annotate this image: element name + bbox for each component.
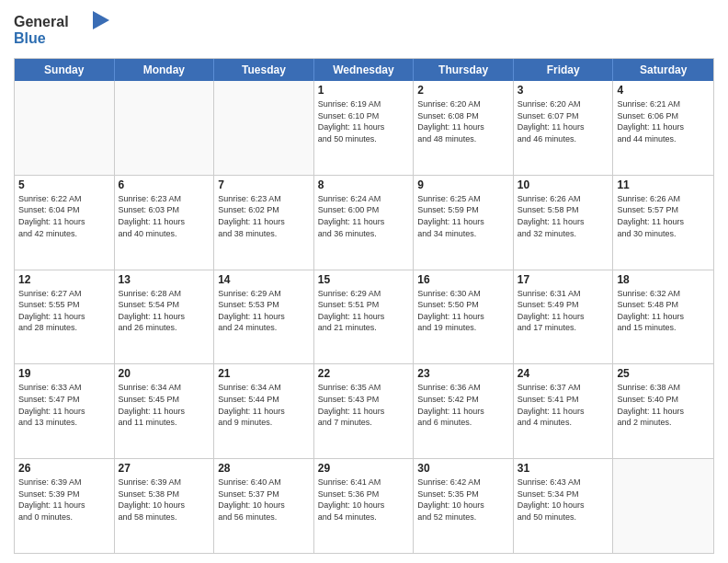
day-info: Sunrise: 6:42 AMSunset: 5:35 PMDaylight:… [417,477,509,523]
day-info: Sunrise: 6:31 AMSunset: 5:49 PMDaylight:… [518,288,609,334]
calendar-day-29: 29Sunrise: 6:41 AMSunset: 5:36 PMDayligh… [314,459,415,553]
calendar-day-25: 25Sunrise: 6:38 AMSunset: 5:40 PMDayligh… [613,364,713,458]
calendar-day-empty [214,81,314,175]
day-number: 6 [119,178,210,191]
day-number: 10 [518,178,609,191]
day-number: 19 [18,367,110,380]
day-info: Sunrise: 6:24 AMSunset: 6:00 PMDaylight:… [318,193,410,239]
day-info: Sunrise: 6:28 AMSunset: 5:54 PMDaylight:… [119,288,210,334]
day-number: 13 [119,273,210,286]
day-number: 16 [417,273,509,286]
day-number: 15 [318,273,410,286]
svg-text:General: General [14,14,69,29]
calendar-day-21: 21Sunrise: 6:34 AMSunset: 5:44 PMDayligh… [214,364,314,458]
day-info: Sunrise: 6:37 AMSunset: 5:41 PMDaylight:… [518,382,609,428]
day-number: 7 [218,178,310,191]
calendar-day-9: 9Sunrise: 6:25 AMSunset: 5:59 PMDaylight… [414,176,514,270]
calendar-day-14: 14Sunrise: 6:29 AMSunset: 5:53 PMDayligh… [214,270,314,364]
calendar-row-1: 1Sunrise: 6:19 AMSunset: 6:10 PMDaylight… [15,81,713,175]
day-number: 24 [518,367,609,380]
calendar-day-6: 6Sunrise: 6:23 AMSunset: 6:03 PMDaylight… [115,176,215,270]
day-info: Sunrise: 6:34 AMSunset: 5:45 PMDaylight:… [119,382,210,428]
svg-marker-2 [93,11,109,29]
day-info: Sunrise: 6:29 AMSunset: 5:51 PMDaylight:… [318,288,410,334]
calendar-day-7: 7Sunrise: 6:23 AMSunset: 6:02 PMDaylight… [214,176,314,270]
day-info: Sunrise: 6:39 AMSunset: 5:39 PMDaylight:… [18,477,110,523]
header: General Blue [14,9,714,51]
logo: General Blue [14,9,115,51]
day-number: 12 [18,273,110,286]
day-number: 2 [417,84,509,97]
weekday-header-friday: Friday [514,59,614,81]
day-number: 29 [318,462,410,475]
day-info: Sunrise: 6:33 AMSunset: 5:47 PMDaylight:… [18,382,110,428]
day-info: Sunrise: 6:43 AMSunset: 5:34 PMDaylight:… [518,477,609,523]
weekday-header-sunday: Sunday [15,59,115,81]
day-number: 26 [18,462,110,475]
calendar-day-3: 3Sunrise: 6:20 AMSunset: 6:07 PMDaylight… [514,81,614,175]
calendar-day-18: 18Sunrise: 6:32 AMSunset: 5:48 PMDayligh… [613,270,713,364]
day-number: 23 [417,367,509,380]
calendar-row-3: 12Sunrise: 6:27 AMSunset: 5:55 PMDayligh… [15,270,713,364]
calendar-day-empty [115,81,215,175]
day-number: 17 [518,273,609,286]
page: General Blue SundayMondayTuesdayWednesda… [0,0,728,563]
logo-svg: General Blue [14,9,115,51]
calendar-day-5: 5Sunrise: 6:22 AMSunset: 6:04 PMDaylight… [15,176,115,270]
calendar-day-28: 28Sunrise: 6:40 AMSunset: 5:37 PMDayligh… [214,459,314,553]
day-number: 14 [218,273,310,286]
svg-text:Blue: Blue [14,30,46,46]
day-info: Sunrise: 6:19 AMSunset: 6:10 PMDaylight:… [318,98,410,144]
day-number: 4 [617,84,710,97]
day-number: 22 [318,367,410,380]
calendar: SundayMondayTuesdayWednesdayThursdayFrid… [14,58,714,554]
day-info: Sunrise: 6:39 AMSunset: 5:38 PMDaylight:… [119,477,210,523]
weekday-header-monday: Monday [115,59,215,81]
day-info: Sunrise: 6:40 AMSunset: 5:37 PMDaylight:… [218,477,310,523]
day-number: 11 [617,178,710,191]
day-info: Sunrise: 6:41 AMSunset: 5:36 PMDaylight:… [318,477,410,523]
day-number: 3 [518,84,609,97]
calendar-day-11: 11Sunrise: 6:26 AMSunset: 5:57 PMDayligh… [613,176,713,270]
calendar-day-20: 20Sunrise: 6:34 AMSunset: 5:45 PMDayligh… [115,364,215,458]
calendar-day-empty [15,81,115,175]
weekday-header-tuesday: Tuesday [214,59,314,81]
day-info: Sunrise: 6:32 AMSunset: 5:48 PMDaylight:… [617,288,710,334]
calendar-day-26: 26Sunrise: 6:39 AMSunset: 5:39 PMDayligh… [15,459,115,553]
day-info: Sunrise: 6:26 AMSunset: 5:58 PMDaylight:… [518,193,609,239]
day-info: Sunrise: 6:23 AMSunset: 6:02 PMDaylight:… [218,193,310,239]
day-info: Sunrise: 6:35 AMSunset: 5:43 PMDaylight:… [318,382,410,428]
day-info: Sunrise: 6:30 AMSunset: 5:50 PMDaylight:… [417,288,509,334]
calendar-day-24: 24Sunrise: 6:37 AMSunset: 5:41 PMDayligh… [514,364,614,458]
calendar-row-5: 26Sunrise: 6:39 AMSunset: 5:39 PMDayligh… [15,458,713,553]
day-number: 5 [18,178,110,191]
day-info: Sunrise: 6:22 AMSunset: 6:04 PMDaylight:… [18,193,110,239]
calendar-day-31: 31Sunrise: 6:43 AMSunset: 5:34 PMDayligh… [514,459,614,553]
calendar-day-22: 22Sunrise: 6:35 AMSunset: 5:43 PMDayligh… [314,364,415,458]
day-number: 1 [318,84,410,97]
calendar-body: 1Sunrise: 6:19 AMSunset: 6:10 PMDaylight… [15,81,713,553]
calendar-day-16: 16Sunrise: 6:30 AMSunset: 5:50 PMDayligh… [414,270,514,364]
calendar-day-17: 17Sunrise: 6:31 AMSunset: 5:49 PMDayligh… [514,270,614,364]
day-info: Sunrise: 6:21 AMSunset: 6:06 PMDaylight:… [617,98,710,144]
weekday-header-saturday: Saturday [613,59,713,81]
calendar-day-empty [613,459,713,553]
day-number: 31 [518,462,609,475]
day-info: Sunrise: 6:29 AMSunset: 5:53 PMDaylight:… [218,288,310,334]
calendar-row-2: 5Sunrise: 6:22 AMSunset: 6:04 PMDaylight… [15,175,713,270]
day-number: 28 [218,462,310,475]
calendar-day-4: 4Sunrise: 6:21 AMSunset: 6:06 PMDaylight… [613,81,713,175]
day-number: 20 [119,367,210,380]
day-number: 18 [617,273,710,286]
day-info: Sunrise: 6:34 AMSunset: 5:44 PMDaylight:… [218,382,310,428]
day-info: Sunrise: 6:27 AMSunset: 5:55 PMDaylight:… [18,288,110,334]
day-info: Sunrise: 6:20 AMSunset: 6:08 PMDaylight:… [417,98,509,144]
calendar-day-2: 2Sunrise: 6:20 AMSunset: 6:08 PMDaylight… [414,81,514,175]
day-info: Sunrise: 6:36 AMSunset: 5:42 PMDaylight:… [417,382,509,428]
day-number: 21 [218,367,310,380]
calendar-row-4: 19Sunrise: 6:33 AMSunset: 5:47 PMDayligh… [15,363,713,458]
calendar-day-15: 15Sunrise: 6:29 AMSunset: 5:51 PMDayligh… [314,270,415,364]
calendar-day-13: 13Sunrise: 6:28 AMSunset: 5:54 PMDayligh… [115,270,215,364]
weekday-header-thursday: Thursday [414,59,514,81]
day-info: Sunrise: 6:20 AMSunset: 6:07 PMDaylight:… [518,98,609,144]
